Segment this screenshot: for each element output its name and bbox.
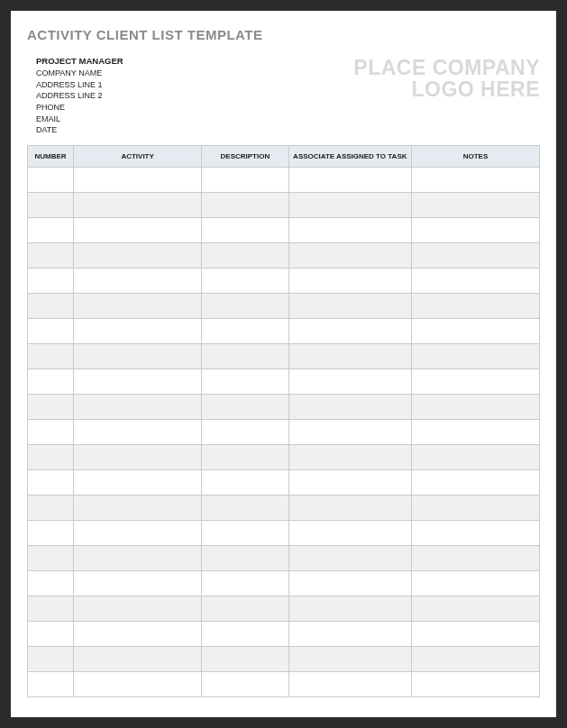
- cell-number[interactable]: [28, 621, 74, 646]
- cell-description[interactable]: [202, 167, 289, 192]
- cell-activity[interactable]: [74, 167, 202, 192]
- cell-notes[interactable]: [411, 318, 539, 343]
- cell-notes[interactable]: [411, 419, 539, 444]
- cell-notes[interactable]: [411, 217, 539, 242]
- cell-associate[interactable]: [288, 444, 411, 469]
- cell-notes[interactable]: [411, 242, 539, 268]
- cell-number[interactable]: [28, 242, 74, 268]
- cell-description[interactable]: [202, 369, 289, 394]
- cell-associate[interactable]: [288, 293, 411, 318]
- cell-number[interactable]: [28, 419, 74, 444]
- cell-activity[interactable]: [74, 570, 202, 596]
- cell-associate[interactable]: [288, 394, 411, 419]
- cell-associate[interactable]: [288, 167, 411, 192]
- cell-activity[interactable]: [74, 646, 202, 671]
- cell-associate[interactable]: [288, 268, 411, 293]
- cell-description[interactable]: [202, 444, 289, 469]
- cell-associate[interactable]: [288, 318, 411, 343]
- cell-description[interactable]: [202, 621, 289, 646]
- cell-notes[interactable]: [411, 268, 539, 293]
- cell-description[interactable]: [202, 671, 289, 696]
- cell-associate[interactable]: [288, 217, 411, 242]
- cell-activity[interactable]: [74, 293, 202, 318]
- cell-activity[interactable]: [74, 671, 202, 696]
- cell-associate[interactable]: [288, 646, 411, 671]
- cell-activity[interactable]: [74, 217, 202, 242]
- cell-number[interactable]: [28, 444, 74, 469]
- cell-number[interactable]: [28, 217, 74, 242]
- cell-number[interactable]: [28, 469, 74, 495]
- cell-associate[interactable]: [288, 570, 411, 596]
- cell-activity[interactable]: [74, 192, 202, 217]
- cell-associate[interactable]: [288, 671, 411, 696]
- cell-description[interactable]: [202, 217, 289, 242]
- cell-activity[interactable]: [74, 621, 202, 646]
- cell-number[interactable]: [28, 343, 74, 369]
- cell-associate[interactable]: [288, 621, 411, 646]
- cell-notes[interactable]: [411, 343, 539, 369]
- cell-number[interactable]: [28, 268, 74, 293]
- cell-activity[interactable]: [74, 369, 202, 394]
- cell-activity[interactable]: [74, 394, 202, 419]
- cell-associate[interactable]: [288, 369, 411, 394]
- cell-notes[interactable]: [411, 293, 539, 318]
- cell-associate[interactable]: [288, 469, 411, 495]
- cell-description[interactable]: [202, 293, 289, 318]
- cell-activity[interactable]: [74, 520, 202, 545]
- cell-description[interactable]: [202, 646, 289, 671]
- cell-description[interactable]: [202, 419, 289, 444]
- cell-description[interactable]: [202, 469, 289, 495]
- cell-notes[interactable]: [411, 394, 539, 419]
- cell-associate[interactable]: [288, 520, 411, 545]
- cell-number[interactable]: [28, 495, 74, 520]
- cell-associate[interactable]: [288, 242, 411, 268]
- cell-number[interactable]: [28, 520, 74, 545]
- cell-notes[interactable]: [411, 570, 539, 596]
- cell-activity[interactable]: [74, 444, 202, 469]
- cell-notes[interactable]: [411, 469, 539, 495]
- cell-notes[interactable]: [411, 444, 539, 469]
- cell-activity[interactable]: [74, 545, 202, 570]
- cell-associate[interactable]: [288, 596, 411, 621]
- cell-associate[interactable]: [288, 419, 411, 444]
- cell-notes[interactable]: [411, 167, 539, 192]
- cell-activity[interactable]: [74, 242, 202, 268]
- cell-description[interactable]: [202, 596, 289, 621]
- cell-activity[interactable]: [74, 268, 202, 293]
- cell-number[interactable]: [28, 570, 74, 596]
- cell-description[interactable]: [202, 343, 289, 369]
- cell-notes[interactable]: [411, 495, 539, 520]
- cell-description[interactable]: [202, 495, 289, 520]
- cell-number[interactable]: [28, 671, 74, 696]
- cell-notes[interactable]: [411, 192, 539, 217]
- cell-notes[interactable]: [411, 646, 539, 671]
- cell-description[interactable]: [202, 520, 289, 545]
- cell-number[interactable]: [28, 192, 74, 217]
- cell-activity[interactable]: [74, 596, 202, 621]
- cell-description[interactable]: [202, 545, 289, 570]
- cell-number[interactable]: [28, 596, 74, 621]
- cell-notes[interactable]: [411, 621, 539, 646]
- cell-associate[interactable]: [288, 545, 411, 570]
- cell-number[interactable]: [28, 646, 74, 671]
- cell-associate[interactable]: [288, 495, 411, 520]
- cell-description[interactable]: [202, 192, 289, 217]
- cell-activity[interactable]: [74, 318, 202, 343]
- cell-number[interactable]: [28, 293, 74, 318]
- cell-notes[interactable]: [411, 369, 539, 394]
- cell-notes[interactable]: [411, 596, 539, 621]
- cell-notes[interactable]: [411, 520, 539, 545]
- cell-number[interactable]: [28, 318, 74, 343]
- cell-associate[interactable]: [288, 192, 411, 217]
- cell-activity[interactable]: [74, 469, 202, 495]
- cell-notes[interactable]: [411, 545, 539, 570]
- cell-description[interactable]: [202, 268, 289, 293]
- cell-description[interactable]: [202, 394, 289, 419]
- cell-description[interactable]: [202, 242, 289, 268]
- cell-activity[interactable]: [74, 343, 202, 369]
- cell-number[interactable]: [28, 167, 74, 192]
- cell-notes[interactable]: [411, 671, 539, 696]
- cell-activity[interactable]: [74, 419, 202, 444]
- cell-activity[interactable]: [74, 495, 202, 520]
- cell-description[interactable]: [202, 570, 289, 596]
